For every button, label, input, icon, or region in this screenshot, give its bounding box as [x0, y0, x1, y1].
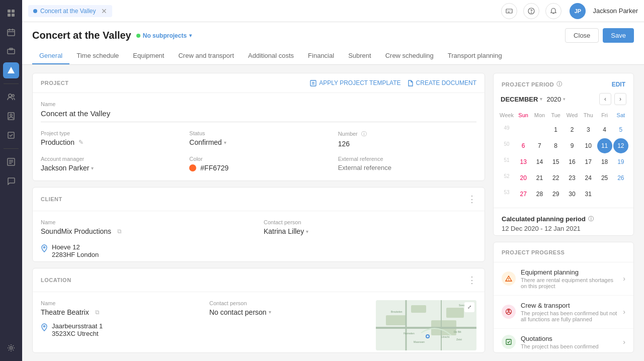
- cal-day-28[interactable]: 28: [532, 187, 547, 202]
- tab-crew-scheduling[interactable]: Crew scheduling: [378, 48, 441, 64]
- project-type-edit-icon[interactable]: ✎: [78, 139, 84, 146]
- tab-crew-transport[interactable]: Crew and transport: [171, 48, 241, 64]
- tab-financial[interactable]: Financial: [301, 48, 341, 64]
- cal-day-3[interactable]: 3: [581, 122, 596, 137]
- location-contact-select[interactable]: No contact person ▾: [209, 308, 368, 316]
- sidebar-icon-contacts[interactable]: [3, 108, 19, 124]
- cal-day-9[interactable]: 9: [565, 138, 580, 153]
- svg-rect-4: [8, 30, 15, 36]
- map-expand-icon[interactable]: ⤢: [464, 302, 474, 312]
- cal-day-2[interactable]: 2: [565, 122, 580, 137]
- tab-subrent[interactable]: Subrent: [341, 48, 378, 64]
- help-button[interactable]: [523, 3, 539, 19]
- week-header: Week: [499, 110, 515, 120]
- apply-template-button[interactable]: APPLY PROJECT TEMPLATE: [310, 79, 400, 86]
- calculated-period: Calculated planning period ⓘ 12 Dec 2020…: [494, 208, 633, 236]
- tab-time-schedule[interactable]: Time schedule: [69, 48, 126, 64]
- sidebar-icon-grid[interactable]: [3, 5, 19, 21]
- location-name-field: Name Theatre Beatrix ⧉: [41, 300, 199, 316]
- cal-day-18[interactable]: 18: [597, 154, 612, 169]
- sidebar-icon-projects[interactable]: [3, 62, 19, 78]
- cal-day-14[interactable]: 14: [532, 154, 547, 169]
- cal-day-22[interactable]: 22: [548, 170, 564, 186]
- sidebar-divider-2: [4, 148, 19, 149]
- cal-day-13[interactable]: 13: [516, 154, 531, 169]
- sidebar-icon-calendar[interactable]: [3, 24, 19, 40]
- calendar-row-50: 50 6 7 8 9 10 11 12: [499, 138, 628, 153]
- svg-rect-37: [446, 308, 464, 318]
- cal-day-19[interactable]: 19: [613, 154, 628, 169]
- cal-day-10[interactable]: 10: [581, 138, 596, 153]
- quotations-progress-text: Quotations The project has been confirme…: [521, 335, 618, 349]
- sidebar-icon-chat[interactable]: [3, 173, 19, 189]
- sidebar-icon-settings[interactable]: [3, 340, 19, 356]
- cal-day-23[interactable]: 23: [565, 170, 580, 186]
- sidebar-icon-people[interactable]: [3, 89, 19, 105]
- calendar-prev-button[interactable]: ‹: [599, 93, 611, 105]
- topbar-tab-project[interactable]: Concert at the Valley ✕: [28, 5, 112, 17]
- cal-day-4[interactable]: 4: [597, 122, 612, 137]
- create-document-button[interactable]: CREATE DOCUMENT: [407, 79, 476, 86]
- keyboard-shortcut-button[interactable]: [501, 3, 517, 19]
- client-menu-button[interactable]: ⋮: [467, 194, 476, 205]
- user-avatar[interactable]: JP: [570, 3, 586, 19]
- tab-equipment[interactable]: Equipment: [126, 48, 171, 64]
- external-ref-input[interactable]: [338, 164, 476, 171]
- cal-day-empty1[interactable]: [516, 122, 531, 137]
- notifications-button[interactable]: [545, 3, 561, 19]
- close-button[interactable]: Close: [565, 28, 599, 43]
- cal-day-empty2[interactable]: [532, 122, 547, 137]
- sidebar-icon-tasks[interactable]: [3, 127, 19, 143]
- left-column: PROJECT APPLY PROJECT TEMPLATE CREATE DO…: [32, 73, 485, 353]
- svg-text:Harmelen: Harmelen: [404, 332, 415, 335]
- cal-day-26[interactable]: 26: [613, 170, 628, 186]
- week-53: 53: [499, 187, 515, 202]
- cal-day-5[interactable]: 5: [613, 122, 628, 137]
- progress-item-quotations[interactable]: Quotations The project has been confirme…: [494, 329, 633, 353]
- cal-day-15[interactable]: 15: [548, 154, 564, 169]
- location-menu-button[interactable]: ⋮: [467, 275, 476, 286]
- cal-day-17[interactable]: 17: [581, 154, 596, 169]
- cal-day-31[interactable]: 31: [581, 187, 596, 202]
- cal-day-24[interactable]: 24: [581, 170, 596, 186]
- project-period-card: PROJECT PERIOD ⓘ EDIT DECEMBER ▾ 2020 ▾: [493, 73, 634, 236]
- cal-day-30[interactable]: 30: [565, 187, 580, 202]
- calendar-row-53: 53 27 28 29 30 31: [499, 187, 628, 202]
- right-column: PROJECT PERIOD ⓘ EDIT DECEMBER ▾ 2020 ▾: [493, 73, 634, 353]
- topbar-tab-close-icon[interactable]: ✕: [101, 7, 107, 15]
- year-select[interactable]: 2020 ▾: [546, 96, 566, 103]
- cal-day-12[interactable]: 12: [613, 138, 628, 153]
- sidebar-icon-equipment[interactable]: [3, 43, 19, 59]
- cal-day-21[interactable]: 21: [532, 170, 547, 186]
- location-copy-icon[interactable]: ⧉: [95, 309, 100, 316]
- color-value-row[interactable]: #FF6729: [189, 164, 328, 172]
- client-copy-icon[interactable]: ⧉: [117, 228, 122, 235]
- cal-day-20[interactable]: 20: [516, 170, 531, 186]
- status-dropdown-arrow: ▾: [224, 140, 226, 145]
- cal-day-7[interactable]: 7: [532, 138, 547, 153]
- tab-additional-costs[interactable]: Additional costs: [241, 48, 301, 64]
- period-edit-button[interactable]: EDIT: [612, 81, 625, 88]
- cal-day-11[interactable]: 11: [597, 138, 612, 153]
- client-contact-select[interactable]: Katrina Lilley ▾: [264, 227, 476, 235]
- cal-day-8[interactable]: 8: [548, 138, 564, 153]
- account-manager-select[interactable]: Jackson Parker ▾: [41, 164, 179, 172]
- progress-item-equipment[interactable]: Equipment planning There are rental equi…: [494, 262, 633, 296]
- cal-day-16[interactable]: 16: [565, 154, 580, 169]
- project-card-body: Name Concert at the Valley Project type …: [33, 93, 485, 181]
- cal-day-1[interactable]: 1: [548, 122, 564, 137]
- save-button[interactable]: Save: [603, 28, 634, 43]
- progress-item-crew[interactable]: Crew & transport The project has been co…: [494, 296, 633, 329]
- svg-point-51: [508, 280, 509, 281]
- cal-day-29[interactable]: 29: [548, 187, 564, 202]
- cal-day-6[interactable]: 6: [516, 138, 531, 153]
- subprojects-badge[interactable]: No subprojects ▾: [136, 32, 192, 39]
- sidebar-icon-reports[interactable]: [3, 154, 19, 170]
- cal-day-25[interactable]: 25: [597, 170, 612, 186]
- cal-day-27[interactable]: 27: [516, 187, 531, 202]
- month-select[interactable]: DECEMBER ▾: [501, 96, 542, 103]
- tab-general[interactable]: General: [32, 48, 69, 64]
- calendar-next-button[interactable]: ›: [614, 93, 626, 105]
- status-select[interactable]: Confirmed ▾: [189, 138, 328, 146]
- tab-transport-planning[interactable]: Transport planning: [441, 48, 509, 64]
